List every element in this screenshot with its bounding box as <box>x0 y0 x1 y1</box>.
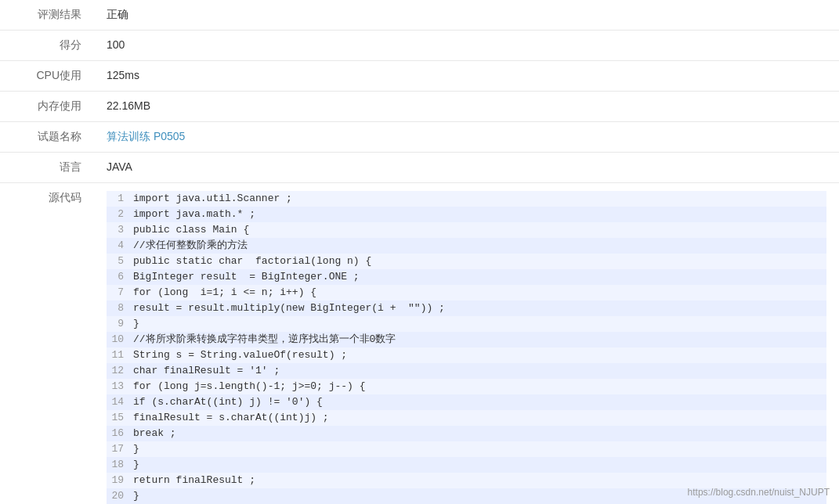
line-content: return finalResult ; <box>130 473 255 488</box>
line-content: } <box>130 488 139 504</box>
code-line: 6BigInteger result = BigInteger.ONE ; <box>107 269 826 285</box>
line-number: 2 <box>107 207 130 222</box>
code-line: 3public class Main { <box>107 222 826 238</box>
code-line: 16break ; <box>107 426 826 441</box>
line-content: public static char factorial(long n) { <box>130 254 371 269</box>
line-content: //求任何整数阶乘的方法 <box>130 238 248 254</box>
code-line: 8result = result.multiply(new BigInteger… <box>107 301 826 316</box>
line-number: 12 <box>107 363 130 379</box>
line-content: } <box>130 316 139 332</box>
line-number: 1 <box>107 191 130 207</box>
code-line: 18} <box>107 457 826 473</box>
code-line: 11String s = String.valueOf(result) ; <box>107 347 826 363</box>
line-number: 15 <box>107 410 130 426</box>
line-number: 7 <box>107 285 130 301</box>
code-container[interactable]: 1import java.util.Scanner ;2import java.… <box>107 191 826 504</box>
code-line: 10//将所求阶乘转换成字符串类型，逆序找出第一个非0数字 <box>107 332 826 347</box>
line-content: BigInteger result = BigInteger.ONE ; <box>130 269 360 285</box>
info-row: CPU使用125ms <box>0 61 839 92</box>
row-label: 得分 <box>0 31 94 61</box>
code-line: 17} <box>107 441 826 457</box>
source-code-row: 源代码 1import java.util.Scanner ;2import j… <box>0 183 839 505</box>
row-label: 试题名称 <box>0 122 94 153</box>
line-number: 6 <box>107 269 130 285</box>
code-line: 1import java.util.Scanner ; <box>107 191 826 207</box>
code-line: 19return finalResult ; <box>107 473 826 488</box>
line-number: 13 <box>107 379 130 394</box>
line-number: 16 <box>107 426 130 441</box>
line-number: 8 <box>107 301 130 316</box>
row-value: 100 <box>94 31 839 61</box>
line-number: 20 <box>107 488 130 504</box>
info-row: 语言JAVA <box>0 153 839 183</box>
line-content: char finalResult = '1' ; <box>130 363 280 379</box>
line-number: 17 <box>107 441 130 457</box>
source-code-value: 1import java.util.Scanner ;2import java.… <box>94 183 839 505</box>
info-row: 试题名称算法训练 P0505 <box>0 122 839 153</box>
line-content: for (long i=1; i <= n; i++) { <box>130 285 316 301</box>
code-line: 9} <box>107 316 826 332</box>
code-line: 7for (long i=1; i <= n; i++) { <box>107 285 826 301</box>
line-content: finalResult = s.charAt((int)j) ; <box>130 410 329 426</box>
watermark: https://blog.csdn.net/nuist_NJUPT <box>688 487 830 498</box>
row-value: 正确 <box>94 0 839 31</box>
line-content: break ; <box>130 426 176 441</box>
code-line: 2import java.math.* ; <box>107 207 826 222</box>
row-label: 评测结果 <box>0 0 94 31</box>
line-number: 4 <box>107 238 130 254</box>
line-number: 14 <box>107 394 130 410</box>
row-value: 125ms <box>94 61 839 92</box>
row-label: 语言 <box>0 153 94 183</box>
row-label: 内存使用 <box>0 92 94 122</box>
line-number: 5 <box>107 254 130 269</box>
code-line: 13for (long j=s.length()-1; j>=0; j--) { <box>107 379 826 394</box>
line-number: 9 <box>107 316 130 332</box>
line-content: import java.util.Scanner ; <box>130 191 292 207</box>
line-content: } <box>130 441 139 457</box>
info-row: 得分100 <box>0 31 839 61</box>
row-value: 22.16MB <box>94 92 839 122</box>
line-content: //将所求阶乘转换成字符串类型，逆序找出第一个非0数字 <box>130 332 396 347</box>
row-value[interactable]: 算法训练 P0505 <box>94 122 839 153</box>
code-line: 12char finalResult = '1' ; <box>107 363 826 379</box>
line-number: 18 <box>107 457 130 473</box>
line-content: } <box>130 457 139 473</box>
code-line: 5public static char factorial(long n) { <box>107 254 826 269</box>
line-content: for (long j=s.length()-1; j>=0; j--) { <box>130 379 365 394</box>
info-row: 内存使用22.16MB <box>0 92 839 122</box>
line-content: result = result.multiply(new BigInteger(… <box>130 301 445 316</box>
line-content: String s = String.valueOf(result) ; <box>130 347 347 363</box>
code-line: 4//求任何整数阶乘的方法 <box>107 238 826 254</box>
line-content: if (s.charAt((int) j) != '0') { <box>130 394 323 410</box>
row-label: CPU使用 <box>0 61 94 92</box>
code-line: 15finalResult = s.charAt((int)j) ; <box>107 410 826 426</box>
line-content: public class Main { <box>130 222 249 238</box>
line-number: 11 <box>107 347 130 363</box>
code-line: 14if (s.charAt((int) j) != '0') { <box>107 394 826 410</box>
line-number: 19 <box>107 473 130 488</box>
line-number: 3 <box>107 222 130 238</box>
line-content: import java.math.* ; <box>130 207 255 222</box>
info-table: 评测结果正确得分100CPU使用125ms内存使用22.16MB试题名称算法训练… <box>0 0 839 504</box>
line-number: 10 <box>107 332 130 347</box>
source-code-label: 源代码 <box>0 183 94 505</box>
info-row: 评测结果正确 <box>0 0 839 31</box>
row-value: JAVA <box>94 153 839 183</box>
